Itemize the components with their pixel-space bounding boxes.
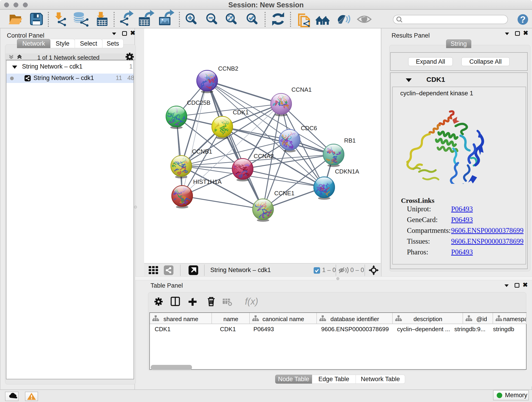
svg-text:CCNB2: CCNB2 [218, 65, 238, 72]
svg-text:RB1: RB1 [344, 137, 356, 144]
svg-text:CCNA2: CCNA2 [254, 153, 274, 160]
svg-text:CDC6: CDC6 [301, 125, 317, 132]
svg-text:f(x): f(x) [245, 296, 258, 306]
svg-text:CCNB1: CCNB1 [192, 148, 212, 155]
svg-text:CCNE1: CCNE1 [274, 190, 294, 197]
svg-text:?: ? [520, 14, 526, 25]
svg-text:CDC25B: CDC25B [187, 99, 210, 106]
svg-text:CDK1: CDK1 [233, 109, 249, 116]
svg-text:CDKN1A: CDKN1A [335, 168, 359, 175]
svg-text:CCNA1: CCNA1 [291, 86, 312, 93]
svg-text:HIST1H1A: HIST1H1A [193, 178, 222, 185]
